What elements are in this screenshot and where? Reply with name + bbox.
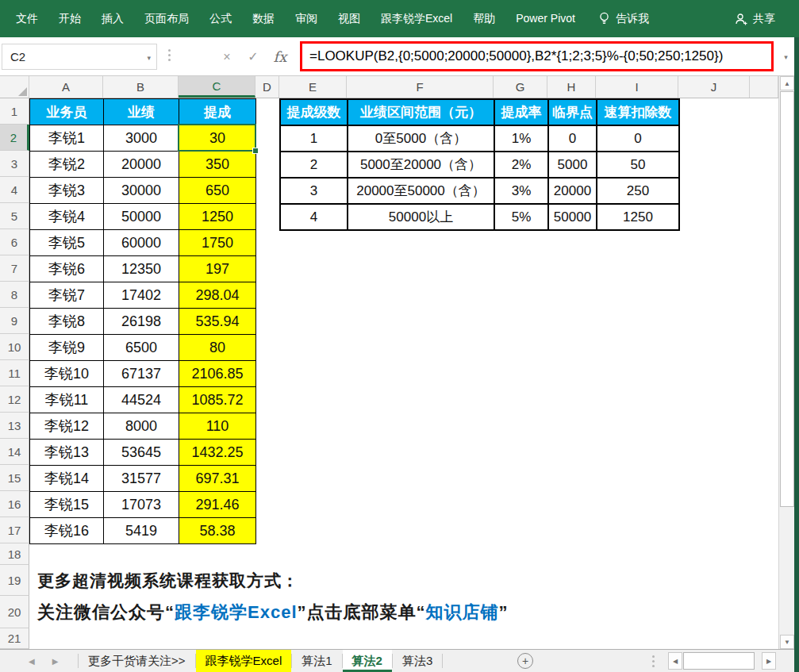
row-header-14[interactable]: 14: [0, 439, 29, 465]
cell-A1[interactable]: 业务员: [30, 99, 104, 125]
cell-B17[interactable]: 5419: [104, 518, 179, 544]
sheet-nav-left-icon[interactable]: ◀: [29, 657, 35, 666]
row-header-10[interactable]: 10: [0, 334, 29, 360]
cell-A9[interactable]: 李锐8: [30, 309, 104, 335]
cell-B6[interactable]: 60000: [104, 230, 179, 256]
cell-H5[interactable]: 50000: [549, 205, 597, 231]
vertical-scrollbar[interactable]: ▲ ▼: [778, 76, 794, 649]
formula-bar-expand-icon[interactable]: ▾: [778, 44, 794, 70]
sheet-tab-4[interactable]: 算法2: [343, 650, 392, 672]
ribbon-tab-7[interactable]: 审阅: [285, 0, 328, 37]
cell-E4[interactable]: 3: [281, 179, 348, 205]
cell-B10[interactable]: 6500: [104, 335, 179, 361]
cell-H4[interactable]: 20000: [549, 179, 597, 205]
cell-B8[interactable]: 17402: [104, 282, 179, 309]
worksheet-canvas[interactable]: 123456789101112131415161718192021 业务员业绩提…: [0, 98, 778, 649]
cell-C10[interactable]: 80: [179, 335, 256, 361]
horizontal-scrollbar[interactable]: ◀ ▶: [668, 652, 776, 670]
cell-A7[interactable]: 李锐6: [30, 256, 104, 282]
row-header-20[interactable]: 20: [0, 596, 29, 628]
cell-I5[interactable]: 1250: [597, 205, 680, 231]
cell-C7[interactable]: 197: [179, 256, 256, 282]
row-header-16[interactable]: 16: [0, 491, 29, 517]
column-header-B[interactable]: B: [103, 76, 179, 98]
cell-A17[interactable]: 李锐16: [30, 518, 104, 544]
cell-C6[interactable]: 1750: [179, 230, 256, 256]
cell-C15[interactable]: 697.31: [179, 466, 256, 492]
cell-E2[interactable]: 1: [281, 126, 348, 152]
column-header-I[interactable]: I: [596, 76, 678, 98]
name-box-dropdown-icon[interactable]: ▾: [147, 54, 151, 62]
cell-B12[interactable]: 44524: [104, 387, 179, 413]
add-sheet-button[interactable]: +: [517, 653, 533, 669]
cell-F1[interactable]: 业绩区间范围（元）: [348, 100, 495, 126]
sheet-tab-5[interactable]: 算法3: [393, 650, 442, 672]
ribbon-tab-2[interactable]: 开始: [48, 0, 91, 37]
ribbon-tab-4[interactable]: 页面布局: [134, 0, 199, 37]
fill-handle[interactable]: [252, 148, 259, 154]
name-box[interactable]: C2 ▾: [2, 44, 157, 70]
column-header-H[interactable]: H: [547, 76, 596, 98]
row-header-11[interactable]: 11: [0, 360, 29, 386]
sheet-nav-right-icon[interactable]: ▶: [52, 657, 59, 666]
ribbon-tab-1[interactable]: 文件: [6, 0, 48, 37]
cell-C9[interactable]: 535.94: [179, 309, 256, 335]
cell-F2[interactable]: 0至5000（含）: [348, 126, 495, 152]
column-header-D[interactable]: D: [255, 76, 279, 98]
cell-A4[interactable]: 李锐3: [30, 178, 104, 204]
note-line-1[interactable]: 更多超清视频系统课程获取方式：: [37, 565, 299, 596]
ribbon-tab-6[interactable]: 数据: [242, 0, 285, 37]
cell-G2[interactable]: 1%: [495, 126, 549, 152]
column-header-F[interactable]: F: [347, 76, 494, 98]
cell-I3[interactable]: 50: [597, 152, 680, 179]
row-header-19[interactable]: 19: [0, 565, 29, 596]
row-header-2[interactable]: 2: [0, 125, 29, 151]
cell-B1[interactable]: 业绩: [104, 99, 179, 125]
select-all-button[interactable]: [0, 76, 29, 98]
insert-function-icon[interactable]: fx: [267, 44, 294, 70]
cell-A15[interactable]: 李锐14: [30, 466, 104, 492]
sheet-bar-grip[interactable]: [652, 655, 655, 658]
row-header-21[interactable]: 21: [0, 628, 29, 649]
cell-B4[interactable]: 30000: [104, 178, 179, 204]
sheet-tab-3[interactable]: 算法1: [292, 650, 341, 672]
cell-B9[interactable]: 26198: [104, 309, 179, 335]
cancel-icon[interactable]: ×: [214, 44, 240, 70]
cell-H2[interactable]: 0: [549, 126, 597, 152]
cell-I2[interactable]: 0: [597, 126, 680, 152]
cell-H1[interactable]: 临界点: [549, 100, 597, 126]
sheet-tab-2[interactable]: 跟李锐学Excel: [196, 650, 292, 672]
column-header-J[interactable]: J: [678, 76, 750, 98]
cell-A6[interactable]: 李锐5: [30, 230, 104, 256]
cell-E5[interactable]: 4: [281, 205, 348, 231]
ribbon-tab-10[interactable]: 帮助: [463, 0, 505, 37]
sheet-tab-1[interactable]: 更多干货请关注>>: [79, 650, 195, 672]
cell-B15[interactable]: 31577: [104, 466, 179, 492]
row-header-8[interactable]: 8: [0, 282, 29, 308]
cell-C1[interactable]: 提成: [179, 99, 256, 125]
scroll-up-icon[interactable]: ▲: [780, 76, 794, 90]
cell-I1[interactable]: 速算扣除数: [597, 100, 680, 126]
row-header-3[interactable]: 3: [0, 151, 29, 177]
row-header-18[interactable]: 18: [0, 543, 29, 565]
enter-icon[interactable]: ✓: [240, 44, 266, 70]
cell-B13[interactable]: 8000: [104, 413, 179, 440]
cell-A2[interactable]: 李锐1: [30, 125, 104, 152]
cell-G3[interactable]: 2%: [495, 152, 549, 179]
cell-C4[interactable]: 650: [179, 178, 256, 204]
column-header-partial[interactable]: [750, 76, 778, 98]
cell-A3[interactable]: 李锐2: [30, 152, 104, 178]
cell-E1[interactable]: 提成级数: [281, 100, 348, 126]
cell-B3[interactable]: 20000: [104, 152, 179, 178]
cell-B5[interactable]: 50000: [104, 204, 179, 230]
cell-B7[interactable]: 12350: [104, 256, 179, 282]
formula-bar-grip[interactable]: [168, 49, 171, 52]
row-header-1[interactable]: 1: [0, 98, 29, 125]
row-header-6[interactable]: 6: [0, 229, 29, 255]
cell-B11[interactable]: 67137: [104, 361, 179, 387]
scroll-down-icon[interactable]: ▼: [780, 635, 794, 649]
vertical-scrollbar-thumb[interactable]: [780, 91, 794, 507]
scroll-left-icon[interactable]: ◀: [668, 652, 682, 670]
cell-F5[interactable]: 50000以上: [348, 205, 495, 231]
row-header-15[interactable]: 15: [0, 465, 29, 491]
